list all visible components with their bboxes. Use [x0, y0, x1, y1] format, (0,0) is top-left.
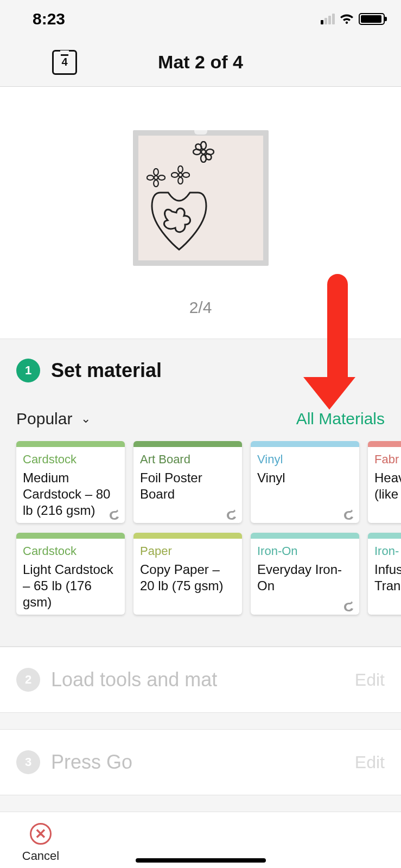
mat-index: 2/4 [0, 298, 401, 317]
material-row-2: Cardstock Light Cardstock – 65 lb (176 g… [16, 533, 401, 615]
status-right [321, 13, 385, 25]
popular-dropdown[interactable]: Popular ⌄ [16, 410, 91, 428]
popular-label: Popular [16, 410, 72, 428]
material-name: Foil Poster Board [140, 470, 235, 502]
material-name: Vinyl [257, 470, 353, 486]
step-3-block: 3 Press Go Edit [0, 729, 401, 795]
svg-point-9 [178, 177, 183, 184]
material-row-1: Cardstock Medium Cardstock – 80 lb (216 … [16, 441, 401, 523]
svg-point-14 [154, 180, 158, 187]
cricut-icon [343, 599, 355, 611]
step-1-header: 1 Set material [16, 359, 385, 382]
svg-point-13 [154, 169, 158, 175]
mat-count-number: 4 [61, 56, 67, 68]
material-name: Infus Tran [374, 561, 401, 594]
battery-icon [359, 13, 385, 25]
svg-point-0 [201, 150, 206, 154]
svg-point-10 [171, 173, 177, 177]
svg-point-8 [178, 166, 183, 173]
cancel-label: Cancel [22, 849, 59, 863]
mat-artwork [138, 136, 263, 260]
cricut-icon [109, 508, 120, 520]
wifi-icon [339, 13, 354, 25]
material-name: Light Cardstock – 65 lb (176 gsm) [23, 561, 118, 610]
material-card[interactable]: Cardstock Medium Cardstock – 80 lb (216 … [16, 441, 125, 523]
app-header: 4 Mat 2 of 4 [0, 38, 401, 87]
cricut-icon [343, 508, 355, 520]
material-name: Heav (like [374, 470, 401, 502]
material-card[interactable]: Cardstock Light Cardstock – 65 lb (176 g… [16, 533, 125, 615]
mat-count-icon[interactable]: 4 [52, 50, 77, 75]
cell-signal-icon [321, 14, 335, 24]
step-3-label: Press Go [51, 751, 132, 774]
close-icon: ✕ [30, 823, 52, 845]
step-2-number: 2 [16, 668, 40, 692]
material-category: Cardstock [23, 452, 118, 467]
material-card[interactable]: Paper Copy Paper – 20 lb (75 gsm) [133, 533, 242, 615]
material-category: Cardstock [23, 544, 118, 558]
mat-preview-area: 2/4 [0, 87, 401, 339]
home-indicator [136, 858, 266, 863]
status-time: 8:23 [33, 10, 65, 28]
step-3-number: 3 [16, 750, 40, 774]
mat-preview[interactable] [133, 130, 269, 266]
step-2-block: 2 Load tools and mat Edit [0, 647, 401, 713]
material-card[interactable]: Iron-On Everyday Iron-On [251, 533, 359, 615]
svg-point-12 [154, 176, 158, 180]
status-bar: 8:23 [0, 0, 401, 38]
svg-point-15 [147, 175, 153, 180]
step-1-title: Set material [51, 359, 162, 382]
page-title: Mat 2 of 4 [158, 52, 243, 73]
svg-point-16 [158, 175, 164, 180]
material-category: Paper [140, 544, 235, 558]
svg-point-7 [179, 173, 182, 177]
cancel-button[interactable]: ✕ Cancel [22, 823, 60, 863]
material-name: Everyday Iron-On [257, 561, 353, 594]
material-card[interactable]: Vinyl Vinyl [251, 441, 359, 523]
step-2-edit-button[interactable]: Edit [355, 670, 385, 690]
chevron-down-icon: ⌄ [81, 412, 91, 426]
material-category: Iron-On [257, 544, 353, 558]
svg-point-11 [182, 173, 189, 177]
all-materials-link[interactable]: All Materials [296, 410, 385, 428]
material-name: Copy Paper – 20 lb (75 gsm) [140, 561, 235, 594]
material-name: Medium Cardstock – 80 lb (216 gsm) [23, 470, 118, 519]
step-2-label: Load tools and mat [51, 668, 217, 691]
material-category: Vinyl [257, 452, 353, 467]
step-1-number: 1 [16, 359, 40, 382]
material-card[interactable]: Iron- Infus Tran [368, 533, 401, 615]
material-category: Art Board [140, 452, 235, 467]
material-cards-scroll[interactable]: Cardstock Medium Cardstock – 80 lb (216 … [0, 441, 401, 646]
material-category: Iron- [374, 544, 401, 558]
material-category: Fabr [374, 452, 401, 467]
cricut-icon [226, 508, 238, 520]
section-set-material: 1 Set material Popular ⌄ All Materials C… [0, 339, 401, 647]
step-3-edit-button[interactable]: Edit [355, 752, 385, 773]
material-card[interactable]: Fabr Heav (like [368, 441, 401, 523]
material-card[interactable]: Art Board Foil Poster Board [133, 441, 242, 523]
